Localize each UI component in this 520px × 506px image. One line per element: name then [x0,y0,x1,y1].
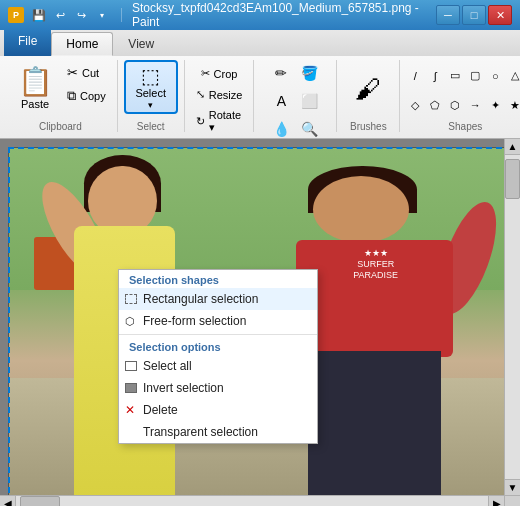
pencil-tool[interactable]: ✏ [268,60,294,86]
select-group-content: ⬚ Select ▾ [124,60,178,119]
rotate-icon: ↻ [196,115,205,128]
clipboard-group: 📋 Paste ✂ Cut ⧉ Copy Clipboard [4,60,118,132]
selection-options-header: Selection options [119,337,317,355]
ribbon-content: 📋 Paste ✂ Cut ⧉ Copy Clipboard [0,56,520,138]
tools-group-content: ✏ 🪣 A ⬜ 💧 🔍 [260,60,330,142]
tab-view[interactable]: View [113,32,169,56]
scroll-corner [505,495,520,506]
select-group-label: Select [137,121,165,132]
select-all-label: Select all [143,359,192,373]
selection-shapes-header: Selection shapes [119,270,317,288]
rotate-button[interactable]: ↻ Rotate ▾ [191,106,248,137]
brushes-group: 🖌 Brushes [337,60,400,132]
shape-line[interactable]: / [406,67,424,85]
paste-button[interactable]: 📋 Paste [10,60,60,118]
brushes-group-content: 🖌 [343,60,393,119]
invert-label: Invert selection [143,381,224,395]
select-group: ⬚ Select ▾ Select [118,60,185,132]
menu-item-rectangular[interactable]: Rectangular selection [119,288,317,310]
shape-rect[interactable]: ▭ [446,67,464,85]
menu-item-delete[interactable]: ✕ Delete [119,399,317,421]
ribbon: File Home View 📋 Paste ✂ Cut ⧉ Copy [0,30,520,139]
transparent-label: Transparent selection [143,425,258,439]
image-group: ✂ Crop ⤡ Resize ↻ Rotate ▾ Image [185,60,255,132]
maximize-button[interactable]: □ [462,5,486,25]
rotate-label: Rotate ▾ [209,109,243,134]
redo-button[interactable]: ↪ [72,6,90,24]
invert-selection-icon [125,383,137,393]
freeform-label: Free-form selection [143,314,246,328]
window-controls: ─ □ ✕ [436,5,512,25]
canvas-area: ★★★SURFERPARADISE ▲ ▼ ◀ ▶ Selection shap… [0,139,520,506]
dropdown-arrow-icon[interactable]: ▾ [93,6,111,24]
copy-icon: ⧉ [67,88,76,104]
menu-item-select-all[interactable]: Select all [119,355,317,377]
quick-access-toolbar: 💾 ↩ ↪ ▾ [30,6,111,24]
app-icon: P [8,7,24,23]
undo-button[interactable]: ↩ [51,6,69,24]
scrollbar-horizontal[interactable]: ◀ ▶ [0,495,504,506]
shapes-group: / ∫ ▭ ▢ ○ △ ◇ ⬠ ⬡ → ✦ ★ Shapes [400,60,520,132]
crop-label: Crop [214,68,238,80]
title-bar: P 💾 ↩ ↪ ▾ Stocksy_txpfd042cd3EAm100_Medi… [0,0,520,30]
file-menu-button[interactable]: File [4,30,51,56]
shape-star5[interactable]: ★ [506,96,520,114]
shapes-label: Shapes [448,121,482,132]
fill-tool[interactable]: 🪣 [296,60,322,86]
select-all-icon [125,361,137,371]
shape-curve[interactable]: ∫ [426,67,444,85]
resize-button[interactable]: ⤡ Resize [191,85,248,104]
scroll-thumb-vertical[interactable] [505,159,520,199]
shape-triangle[interactable]: △ [506,67,520,85]
figure-right-text: ★★★SURFERPARADISE [303,246,448,347]
menu-item-transparent[interactable]: Transparent selection [119,421,317,443]
resize-label: Resize [209,89,243,101]
clipboard-group-content: 📋 Paste ✂ Cut ⧉ Copy [10,60,111,119]
delete-icon: ✕ [125,403,135,417]
figure-right-head [313,176,409,243]
figure-right-pants [308,351,441,502]
menu-item-freeform[interactable]: ⬡ Free-form selection [119,310,317,332]
scrollbar-vertical[interactable]: ▲ ▼ [504,139,520,506]
crop-button[interactable]: ✂ Crop [196,64,243,83]
window-title: Stocksy_txpfd042cd3EAm100_Medium_657851.… [132,1,430,29]
menu-item-invert[interactable]: Invert selection [119,377,317,399]
shape-roundrect[interactable]: ▢ [466,67,484,85]
copy-label: Copy [80,90,106,102]
scroll-thumb-horizontal[interactable] [20,496,60,506]
paste-label: Paste [21,98,49,110]
text-tool[interactable]: A [268,88,294,114]
tab-home[interactable]: Home [51,32,113,56]
resize-icon: ⤡ [196,88,205,101]
select-button[interactable]: ⬚ Select ▾ [124,60,178,114]
clipboard-label: Clipboard [39,121,82,132]
shape-arrow[interactable]: → [466,96,484,114]
shape-star4[interactable]: ✦ [486,96,504,114]
save-button[interactable]: 💾 [30,6,48,24]
clipboard-right: ✂ Cut ⧉ Copy [62,60,111,107]
shapes-group-content: / ∫ ▭ ▢ ○ △ ◇ ⬠ ⬡ → ✦ ★ [406,60,520,119]
scroll-up-button[interactable]: ▲ [505,139,520,155]
minimize-button[interactable]: ─ [436,5,460,25]
cut-button[interactable]: ✂ Cut [62,62,111,83]
scroll-left-button[interactable]: ◀ [0,496,16,506]
select-dropdown-arrow-icon: ▾ [148,100,153,110]
shape-pentagon[interactable]: ⬠ [426,96,444,114]
tools-group: ✏ 🪣 A ⬜ 💧 🔍 Tools [254,60,337,132]
rectangular-selection-icon [125,294,137,304]
eraser-tool[interactable]: ⬜ [296,88,322,114]
crop-icon: ✂ [201,67,210,80]
copy-button[interactable]: ⧉ Copy [62,85,111,107]
shape-hexagon[interactable]: ⬡ [446,96,464,114]
cut-label: Cut [82,67,99,79]
shape-diamond[interactable]: ◇ [406,96,424,114]
menu-separator-1 [119,334,317,335]
image-group-content: ✂ Crop ⤡ Resize ↻ Rotate ▾ [191,60,248,137]
close-button[interactable]: ✕ [488,5,512,25]
shape-ellipse[interactable]: ○ [486,67,504,85]
scroll-right-button[interactable]: ▶ [488,496,504,506]
scroll-down-button[interactable]: ▼ [505,479,520,495]
select-icon: ⬚ [141,66,160,86]
dropdown-menu: Selection shapes Rectangular selection ⬡… [118,269,318,444]
brushes-button[interactable]: 🖌 [343,65,393,115]
